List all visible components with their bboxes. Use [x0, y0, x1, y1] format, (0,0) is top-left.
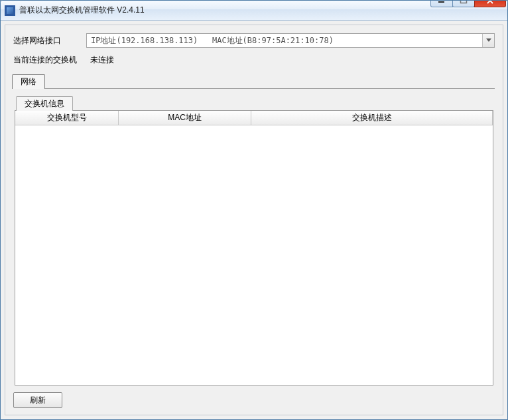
panel-container: 交换机信息 交换机型号 MAC地址 交换机描述	[13, 96, 495, 385]
row-current-switch: 当前连接的交换机 未连接	[13, 54, 495, 66]
footer: 刷新	[13, 392, 495, 408]
current-switch-value: 未连接	[86, 54, 114, 66]
tab-underline	[13, 88, 495, 89]
svg-rect-0	[438, 1, 444, 3]
minimize-icon	[438, 0, 446, 4]
window-title: 普联以太网交换机管理软件 V2.4.11	[19, 5, 431, 16]
minimize-button[interactable]	[430, 0, 453, 7]
table-body[interactable]	[15, 125, 493, 385]
tab-switch-info[interactable]: 交换机信息	[16, 96, 73, 111]
interface-value: IP地址(192.168.138.113) MAC地址(B8:97:5A:21:…	[87, 35, 482, 46]
app-icon	[5, 5, 15, 16]
maximize-icon	[460, 0, 468, 4]
current-switch-label: 当前连接的交换机	[13, 54, 86, 66]
inner-tabbar: 交换机信息	[16, 96, 495, 110]
main-tabbar: 网络	[12, 74, 495, 88]
table-header: 交换机型号 MAC地址 交换机描述	[15, 111, 493, 125]
app-window: 普联以太网交换机管理软件 V2.4.11 选择网络接口 IP地址(192.168…	[0, 0, 508, 420]
tab-network[interactable]: 网络	[12, 74, 45, 89]
svg-rect-1	[461, 0, 467, 3]
titlebar[interactable]: 普联以太网交换机管理软件 V2.4.11	[1, 1, 507, 21]
refresh-button[interactable]: 刷新	[13, 392, 62, 408]
interface-combobox[interactable]: IP地址(192.168.138.113) MAC地址(B8:97:5A:21:…	[86, 33, 495, 48]
col-header-mac[interactable]: MAC地址	[119, 111, 251, 125]
col-header-model[interactable]: 交换机型号	[15, 111, 119, 125]
row-interface: 选择网络接口 IP地址(192.168.138.113) MAC地址(B8:97…	[13, 33, 495, 48]
combobox-arrow[interactable]	[482, 34, 494, 47]
window-controls	[431, 0, 507, 7]
col-header-desc[interactable]: 交换机描述	[251, 111, 493, 125]
close-icon	[486, 0, 494, 4]
switch-info-panel: 交换机型号 MAC地址 交换机描述	[15, 110, 493, 385]
close-button[interactable]	[474, 0, 506, 7]
interface-label: 选择网络接口	[13, 35, 86, 46]
client-area: 选择网络接口 IP地址(192.168.138.113) MAC地址(B8:97…	[5, 25, 503, 415]
maximize-button[interactable]	[452, 0, 475, 7]
chevron-down-icon	[486, 38, 491, 42]
